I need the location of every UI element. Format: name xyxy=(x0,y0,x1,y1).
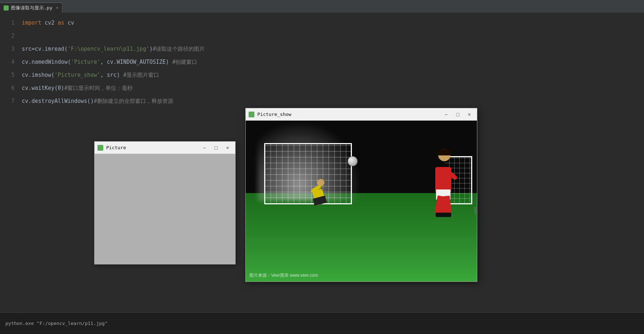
tab-bar: 图像读取与显示.py × xyxy=(0,0,644,13)
picture-window-title: Picture xyxy=(106,145,197,150)
goalkeeper xyxy=(311,179,332,204)
line-num-1: 1 xyxy=(4,16,14,29)
picture-minimize-button[interactable]: − xyxy=(200,144,209,151)
terminal-bar: python.exe "F:/opencv_learn/p11.jpg" xyxy=(0,312,644,334)
picture-show-maximize-button[interactable]: □ xyxy=(453,111,462,118)
picture-maximize-button[interactable]: □ xyxy=(211,144,221,151)
tab-python-icon xyxy=(4,5,9,11)
sh-shoe-right xyxy=(441,213,451,217)
sh-body xyxy=(435,167,451,192)
soccer-image: 图片来源：Veer图库 www.veer.com xyxy=(246,121,477,281)
line-num-7: 7 xyxy=(4,95,14,108)
picture-titlebar[interactable]: Picture − □ × xyxy=(95,142,235,154)
resize-gutter[interactable] xyxy=(474,207,476,214)
line-numbers: 1 2 3 4 5 6 7 xyxy=(0,16,18,312)
picture-show-window[interactable]: Picture_show − □ × xyxy=(245,108,477,282)
soccer-ball xyxy=(348,156,358,166)
line-num-6: 6 xyxy=(4,82,14,95)
picture-close-button[interactable]: × xyxy=(223,144,232,151)
shooter xyxy=(426,149,458,214)
picture-show-close-button[interactable]: × xyxy=(465,111,474,118)
goal-net-left xyxy=(264,143,352,204)
line-num-2: 2 xyxy=(4,29,14,42)
picture-window[interactable]: Picture − □ × xyxy=(94,141,236,264)
picture-show-window-title: Picture_show xyxy=(257,112,439,117)
picture-show-titlebar[interactable]: Picture_show − □ × xyxy=(246,108,477,121)
line-num-5: 5 xyxy=(4,68,14,82)
picture-show-window-icon xyxy=(249,112,254,117)
watermark: 图片来源：Veer图库 www.veer.com xyxy=(249,272,318,279)
sh-leg-right xyxy=(442,196,451,214)
code-line-7: cv.destroyAllWindows()#删除建立的全部窗口，释放资源 xyxy=(22,95,640,108)
picture-window-body xyxy=(95,154,235,264)
active-tab[interactable]: 图像读取与显示.py × xyxy=(0,3,62,13)
code-line-5: cv.imshow('Picture_show', src) #显示图片窗口 xyxy=(22,68,640,82)
picture-show-window-controls: − □ × xyxy=(441,111,474,118)
code-line-4: cv.namedWindow('Picture', cv.WINDOW_AUTO… xyxy=(22,55,640,68)
terminal-text: python.exe "F:/opencv_learn/p11.jpg" xyxy=(5,321,108,326)
code-line-3: src=cv.imread('F:\opencv_learn\p11.jpg')… xyxy=(22,42,640,55)
keyword-import: import xyxy=(22,20,41,26)
code-line-2 xyxy=(22,29,640,42)
picture-show-minimize-button[interactable]: − xyxy=(441,111,451,118)
code-line-1: import cv2 as cv xyxy=(22,16,640,29)
picture-window-controls: − □ × xyxy=(200,144,232,151)
keyword-as: as xyxy=(58,20,64,26)
code-line-6: cv.waitKey(0)#窗口显示时间，单位：毫秒 xyxy=(22,82,640,95)
line-num-3: 3 xyxy=(4,42,14,55)
editor-area: 图像读取与显示.py × 1 2 3 4 5 6 7 import cv2 as… xyxy=(0,0,644,334)
sh-hair xyxy=(438,149,450,155)
tab-label: 图像读取与显示.py xyxy=(11,5,52,11)
line-num-4: 4 xyxy=(4,55,14,68)
tab-close-icon[interactable]: × xyxy=(56,5,58,10)
picture-window-icon xyxy=(97,145,103,151)
